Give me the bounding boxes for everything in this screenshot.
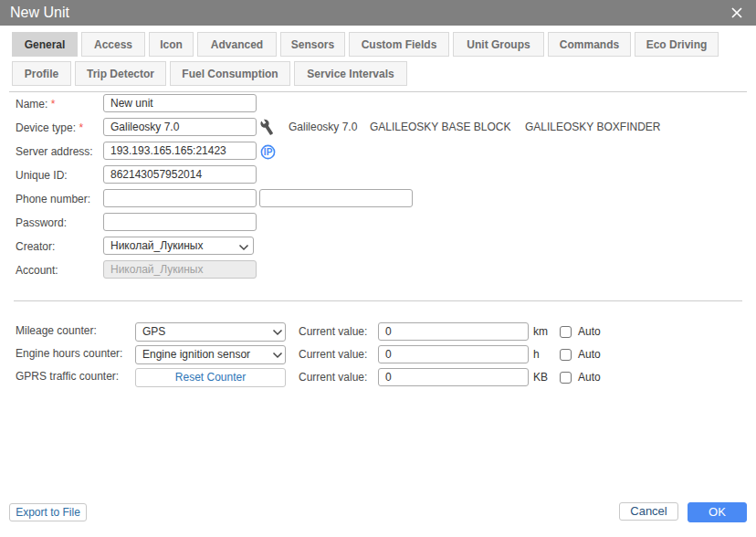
svg-text:IP: IP (264, 147, 273, 157)
